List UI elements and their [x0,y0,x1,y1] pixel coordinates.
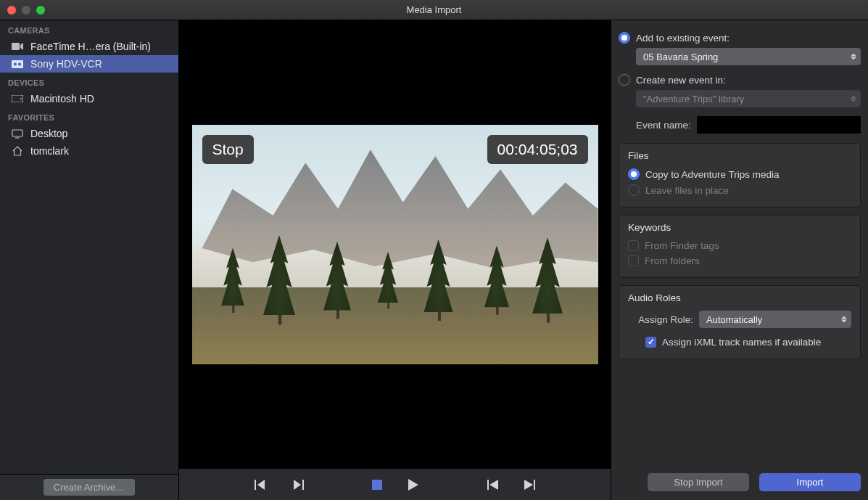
sidebar-item-label: Desktop [30,128,67,139]
copy-media-label: Copy to Adventure Trips media [645,169,780,180]
drive-icon [11,95,24,102]
sidebar-header-cameras: CAMERAS [0,20,178,38]
assign-role-label: Assign Role: [628,314,693,325]
finder-tags-label: From Finder tags [645,240,719,251]
existing-event-value: 05 Bavaria Spring [643,52,718,62]
stop-button[interactable] [367,476,387,493]
leave-in-place-radio[interactable] [628,184,640,196]
svg-rect-1 [12,60,23,68]
chevron-updown-icon [851,54,856,60]
sidebar-item-home[interactable]: tomclark [0,142,178,160]
audio-roles-header: Audio Roles [628,292,851,303]
create-new-radio[interactable] [619,74,630,86]
sidebar-item-desktop[interactable]: Desktop [0,125,178,142]
from-folders-label: From folders [645,255,700,266]
ixml-checkbox[interactable] [645,337,656,348]
ixml-label: Assign iXML track names if available [662,337,821,348]
import-button[interactable]: Import [759,473,861,491]
titlebar: Media Import [0,0,868,20]
keywords-header: Keywords [628,222,851,233]
svg-point-5 [20,98,22,99]
prev-clip-button[interactable] [483,476,503,493]
assign-role-select[interactable]: Automatically [699,311,851,328]
keywords-panel: Keywords From Finder tags From folders [619,215,861,278]
sidebar-item-label: Sony HDV-VCR [30,58,102,70]
files-panel: Files Copy to Adventure Trips media Leav… [619,143,861,208]
transport-bar [179,468,611,500]
sidebar-footer: Create Archive… [0,474,178,500]
camera-icon [11,42,24,51]
add-existing-label: Add to existing event: [636,33,729,44]
assign-role-value: Automatically [706,314,762,325]
sidebar-header-favorites: FAVORITES [0,107,178,125]
home-icon [11,146,24,156]
window-title: Media Import [0,4,868,15]
create-new-label: Create new event in: [636,75,726,86]
sidebar: CAMERAS FaceTime H…era (Built-in) Sony H… [0,20,179,500]
files-header: Files [628,150,851,161]
video-preview: Stop 00:04:05;03 [192,125,598,364]
svg-rect-6 [12,130,22,136]
event-name-input[interactable] [697,116,861,134]
viewer-pane: Stop 00:04:05;03 [179,20,611,500]
import-footer: Stop Import Import [611,467,868,500]
audio-roles-panel: Audio Roles Assign Role: Automatically A… [619,285,861,359]
svg-point-2 [14,62,17,65]
timecode-display: 00:04:05;03 [487,135,588,164]
library-select[interactable]: "Adventure Trips" library [636,90,861,107]
stop-import-button[interactable]: Stop Import [648,473,749,491]
recording-stop-badge: Stop [202,135,254,164]
tape-icon [11,60,24,68]
sidebar-item-label: Macintosh HD [30,93,94,104]
create-archive-button[interactable]: Create Archive… [44,479,135,496]
leave-in-place-label: Leave files in place [645,185,729,196]
sidebar-item-sony-hdv[interactable]: Sony HDV-VCR [0,55,178,73]
step-back-button[interactable] [251,476,271,493]
sidebar-item-label: FaceTime H…era (Built-in) [30,41,151,52]
import-settings-pane: Add to existing event: 05 Bavaria Spring… [611,20,868,500]
sidebar-item-facetime[interactable]: FaceTime H…era (Built-in) [0,38,178,55]
chevron-updown-icon [841,316,847,323]
svg-rect-0 [12,43,20,50]
svg-point-3 [18,62,21,65]
finder-tags-checkbox[interactable] [628,240,639,251]
event-name-label: Event name: [636,120,691,131]
from-folders-checkbox[interactable] [628,255,639,266]
library-value: "Adventure Trips" library [643,94,744,104]
next-clip-button[interactable] [519,476,540,493]
chevron-updown-icon [851,96,856,102]
step-forward-button[interactable] [287,476,307,493]
add-existing-radio[interactable] [619,32,630,44]
copy-media-radio[interactable] [628,168,640,180]
desktop-icon [11,129,24,139]
svg-rect-7 [372,480,382,490]
sidebar-item-label: tomclark [30,145,69,157]
existing-event-select[interactable]: 05 Bavaria Spring [636,48,861,65]
sidebar-item-macintosh-hd[interactable]: Macintosh HD [0,90,178,107]
sidebar-header-devices: DEVICES [0,73,178,90]
play-button[interactable] [403,476,423,493]
